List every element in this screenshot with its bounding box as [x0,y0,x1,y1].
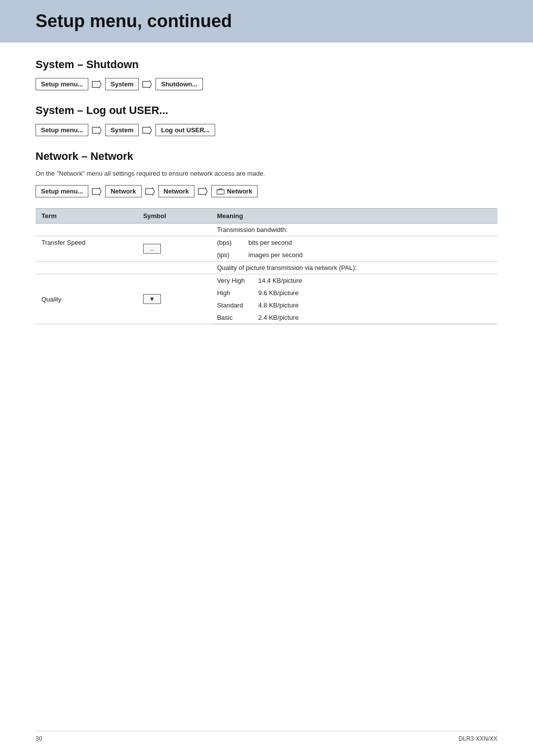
symbol-dropdown: ▼ [143,294,161,304]
table-cell-symbol [137,262,211,274]
svg-marker-2 [92,126,101,134]
footer-page-number: 30 [36,735,42,742]
heading-system-logout: System – Log out USER... [36,104,497,117]
page-title: Setup menu, continued [36,11,497,32]
svg-marker-6 [198,188,207,195]
table-header-meaning: Meaning [211,209,497,224]
table-cell-meaning-veryhigh: Very High 14.4 KB/picture [211,274,497,287]
breadcrumb-network-1: Network [105,185,141,197]
network-table: Term Symbol Meaning Transmission bandwid… [36,208,497,324]
table-header-symbol: Symbol [137,209,211,224]
page: Setup menu, continued System – Shutdown … [0,0,533,756]
table-cell-term [36,224,137,236]
breadcrumb-logout-user: Log out USER... [155,124,215,136]
arrow-icon-7 [197,187,208,196]
heading-system-shutdown: System – Shutdown [36,58,497,71]
svg-marker-1 [143,80,152,88]
breadcrumb-logout: Setup menu... System Log out USER... [36,124,497,136]
table-cell-symbol [137,224,211,236]
heading-network: Network – Network [36,150,497,163]
svg-marker-0 [92,80,101,88]
arrow-icon-6 [145,187,155,196]
breadcrumb-setup-menu-2: Setup menu... [36,124,88,136]
table-cell-term-quality: Quality [36,274,137,324]
svg-marker-5 [146,188,154,195]
breadcrumb-shutdown: Shutdown... [155,78,203,90]
table-cell-meaning-basic: Basic 2.4 KB/picture [211,311,497,324]
table-cell-meaning-ips: (ips) images per second [211,249,497,262]
footer-model: DLR3-XXN/XX [458,735,497,742]
breadcrumb-shutdown: Setup menu... System Shutdown... [36,78,497,90]
breadcrumb-setup-menu-3: Setup menu... [36,185,88,197]
table-cell-meaning-standard: Standard 4.8 KB/picture [211,299,497,311]
table-row: Quality of picture transmission via netw… [36,262,497,274]
page-header: Setup menu, continued [0,0,533,42]
svg-marker-4 [92,188,101,195]
breadcrumb-network-folder: Network [211,185,258,197]
arrow-icon-3 [91,126,102,135]
table-row: Transmission bandwidth: [36,224,497,236]
breadcrumb-network: Setup menu... Network Network [36,185,497,197]
arrow-icon-4 [142,126,152,135]
page-footer: 30 DLR3-XXN/XX [36,731,497,742]
arrow-icon-5 [91,187,102,196]
breadcrumb-network-2: Network [158,185,194,197]
breadcrumb-system-2: System [105,124,139,136]
section-network: Network – Network On the "Network" menu … [36,150,497,324]
table-cell-meaning-quality-header: Quality of picture transmission via netw… [211,262,497,274]
svg-rect-7 [217,189,224,194]
table-cell-meaning-bps: (bps) bits per second [211,236,497,249]
table-cell-symbol-transfer: ... [137,236,211,262]
table-cell-term [36,262,137,274]
network-description: On the "Network" menu all settings requi… [36,170,497,177]
arrow-icon-1 [91,80,102,89]
table-header-term: Term [36,209,137,224]
table-cell-term-transfer: Transfer Speed [36,236,137,262]
breadcrumb-setup-menu: Setup menu... [36,78,88,90]
section-system-logout: System – Log out USER... Setup menu... S… [36,104,497,136]
table-cell-meaning-high: High 9.6 KB/picture [211,287,497,299]
table-cell-symbol-quality: ▼ [137,274,211,324]
section-system-shutdown: System – Shutdown Setup menu... System S… [36,58,497,90]
symbol-ellipsis: ... [143,244,161,254]
breadcrumb-system: System [105,78,139,90]
svg-marker-3 [143,126,152,134]
table-row: Transfer Speed ... (bps) bits per second [36,236,497,249]
table-row: Quality ▼ Very High 14.4 KB/picture [36,274,497,287]
breadcrumb-network-folder-label: Network [227,188,252,195]
arrow-icon-2 [142,80,152,89]
table-cell-meaning: Transmission bandwidth: [211,224,497,236]
